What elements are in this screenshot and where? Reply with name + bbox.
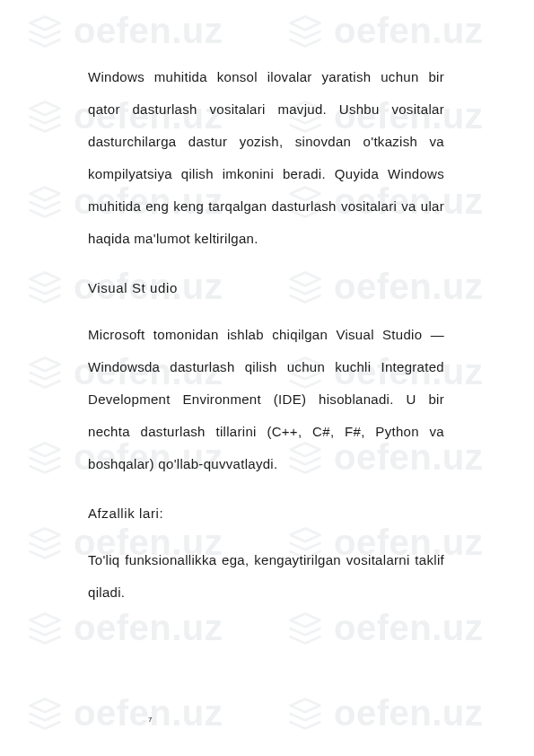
heading-advantages: Afzallik lari: (88, 498, 444, 528)
paragraph-visual-studio: Microsoft tomonidan ishlab chiqilgan Vis… (88, 319, 444, 480)
paragraph-intro: Windows muhitida konsol ilovalar yaratis… (88, 61, 444, 255)
heading-visual-studio: Visual St udio (88, 273, 444, 303)
document-content: Windows muhitida konsol ilovalar yaratis… (0, 0, 534, 756)
paragraph-advantages: To'liq funksionallikka ega, kengaytirilg… (88, 544, 444, 609)
